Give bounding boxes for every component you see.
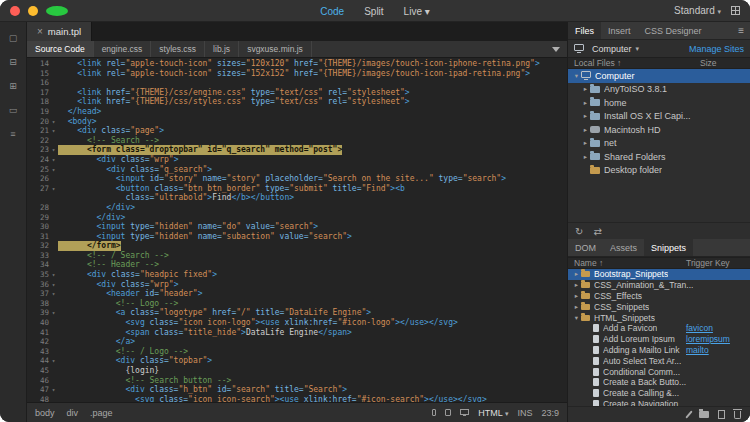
fold-arrow-icon[interactable]: ▾ [49,385,58,395]
close-window-icon[interactable] [10,6,20,16]
expand-arrow-icon[interactable]: ▾ [572,72,581,80]
refresh-icon[interactable]: ↻ [575,226,583,237]
expand-arrow-icon[interactable]: ▸ [581,126,590,134]
code-line[interactable]: 45 {login} [27,366,567,376]
code-line[interactable]: 39▾ <a class="logotype" href="/" title="… [27,308,567,318]
related-file-lib-js[interactable]: lib.js [205,41,239,57]
snippet-row[interactable]: Add Loreum Ipsumloremipsum [568,334,750,345]
fold-arrow-icon[interactable]: ▾ [49,308,58,318]
trigger-key-header[interactable]: Trigger Key [686,258,730,268]
code-line[interactable]: 33 <!-- / Search --> [27,251,567,261]
get-put-files-icon[interactable]: ⇄ [593,226,601,237]
code-line[interactable]: 25▾ <div class="q_search"> [27,165,567,175]
fold-arrow-icon[interactable]: ▾ [49,184,58,194]
zoom-window-icon[interactable] [46,6,68,16]
snippet-row[interactable]: Create a Calling &... [568,388,750,399]
snippet-folder-row[interactable]: ▸CSS_Animation_&_Tran... [568,280,750,291]
code-line[interactable]: 23▾ <form class="droptopbar" id="q_searc… [27,145,567,155]
filter-related-files-icon[interactable] [552,47,560,52]
workspace-layout-icon[interactable] [731,6,740,15]
file-row[interactable]: ▸home [568,96,750,110]
phone-preview-icon[interactable] [432,409,436,416]
panel-tab-insert[interactable]: Insert [601,22,638,39]
language-selector[interactable]: HTML ▾ [478,408,508,418]
size-header[interactable]: Size [700,58,717,68]
code-line[interactable]: 40 <svg class="icon icon-logo"><use xlin… [27,318,567,328]
snippet-row[interactable]: Conditional Comm... [568,366,750,377]
code-line[interactable]: 41 <span class="title_hide">DataLife Eng… [27,328,567,338]
select-parent-tag-icon[interactable]: ▭ [5,103,21,116]
related-file-svgxuse-min-js[interactable]: svgxuse.min.js [239,41,312,57]
snippet-row[interactable]: Adding a Mailto Linkmailto [568,345,750,356]
panel-tab-assets[interactable]: Assets [603,239,644,256]
code-line[interactable]: 35▾ <div class="headpic fixed"> [27,270,567,280]
snippet-row[interactable]: Add a Faviconfavicon [568,323,750,334]
fold-arrow-icon[interactable]: ▾ [49,356,58,366]
view-mode-code[interactable]: Code [320,6,344,17]
file-row[interactable]: Desktop folder [568,164,750,178]
code-line[interactable]: 20▾ <body> [27,117,567,127]
tablet-preview-icon[interactable] [445,409,451,416]
code-area[interactable]: 14 <link rel="apple-touch-icon" sizes="1… [27,58,567,402]
file-row[interactable]: ▸Shared Folders [568,150,750,164]
name-header[interactable]: Name ↑ [574,258,603,268]
trigger-key[interactable]: mailto [686,345,709,355]
fold-arrow-icon[interactable]: ▾ [49,126,58,136]
code-line[interactable]: 28 </div> [27,203,567,213]
panel-tab-dom[interactable]: DOM [568,239,603,256]
edit-snippet-icon[interactable] [685,410,692,418]
manage-sites-link[interactable]: Manage Sites [689,44,744,54]
code-line[interactable]: 38 <!-- Logo --> [27,299,567,309]
minimize-window-icon[interactable] [28,6,38,16]
code-line[interactable]: 21▾ <div class="page"> [27,126,567,136]
code-line[interactable]: 43 <!-- / Logo --> [27,347,567,357]
panel-menu-icon[interactable]: ≡ [738,25,744,36]
code-line[interactable]: 24▾ <div class="wrp"> [27,155,567,165]
new-folder-icon[interactable] [699,411,709,418]
open-documents-icon[interactable]: ▢ [5,31,21,44]
expand-arrow-icon[interactable]: ▸ [581,139,590,147]
view-mode-live[interactable]: Live ▾ [404,6,430,17]
related-file-source-code[interactable]: Source Code [27,41,94,57]
expand-arrow-icon[interactable]: ▾ [572,314,581,322]
code-line[interactable]: 18 <link href="{THEME}/css/styles.css" t… [27,97,567,107]
panel-tab-snippets[interactable]: Snippets [644,239,693,256]
code-line[interactable]: 44▾ <div class="topbar"> [27,356,567,366]
code-line[interactable]: 37▾ <header id="header"> [27,289,567,299]
tag-selector-page[interactable]: .page [90,408,113,418]
snippet-folder-row[interactable]: ▸Bootstrap_Snippets [568,269,750,280]
code-line[interactable]: 36▾ <div class="wrp"> [27,280,567,290]
code-line[interactable]: 47▾ <div class="h_btn" id="search" title… [27,385,567,395]
fold-arrow-icon[interactable]: ▾ [49,165,58,175]
snippet-folder-row[interactable]: ▸CSS_Snippets [568,301,750,312]
expand-arrow-icon[interactable]: ▸ [581,153,590,161]
code-line[interactable]: 29 </div> [27,213,567,223]
code-line[interactable]: 22 <!-- Search --> [27,136,567,146]
file-row[interactable]: ▾Computer [568,69,750,83]
file-row[interactable]: ▸net [568,137,750,151]
file-row[interactable]: ▸Macintosh HD [568,123,750,137]
workspace-switcher[interactable]: Standard ▾ [674,5,721,16]
snippet-row[interactable]: Create a Navigation... [568,399,750,406]
expand-all-icon[interactable]: ⊞ [5,79,21,92]
code-line[interactable]: 27▾ <button class="btn btn_border" type=… [27,184,567,194]
fold-arrow-icon[interactable]: ▾ [49,117,58,127]
code-line[interactable]: 14 <link rel="apple-touch-icon" sizes="1… [27,59,567,69]
snippet-row[interactable]: Auto Select Text Ar... [568,355,750,366]
desktop-preview-icon[interactable] [460,409,469,415]
code-line[interactable]: 30 <input type="hidden" name="do" value=… [27,222,567,232]
snippet-row[interactable]: Create a Back Butto... [568,377,750,388]
fold-arrow-icon[interactable]: ▾ [49,270,58,280]
code-line[interactable]: 32 </form> [27,241,567,251]
code-line[interactable]: 19 </head> [27,107,567,117]
expand-arrow-icon[interactable]: ▸ [572,303,581,311]
fold-arrow-icon[interactable]: ▾ [49,289,58,299]
format-source-code-icon[interactable]: ≡ [5,127,21,140]
fold-arrow-icon[interactable]: ▾ [49,280,58,290]
delete-snippet-icon[interactable] [734,411,741,419]
expand-arrow-icon[interactable]: ▸ [581,99,590,107]
related-file-engine-css[interactable]: engine.css [94,41,152,57]
panel-tab-css-designer[interactable]: CSS Designer [638,22,709,39]
related-file-styles-css[interactable]: styles.css [151,41,205,57]
site-selector[interactable]: Computer [592,44,632,54]
